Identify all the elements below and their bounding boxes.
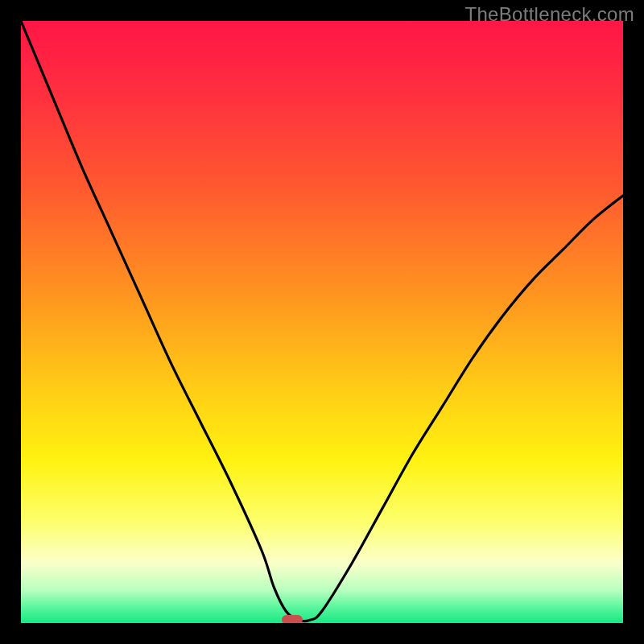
watermark-text: TheBottleneck.com xyxy=(464,3,634,26)
bottleneck-curve xyxy=(21,21,623,623)
optimum-marker xyxy=(282,615,303,623)
plot-area xyxy=(21,21,623,623)
chart-frame: TheBottleneck.com xyxy=(0,0,644,644)
